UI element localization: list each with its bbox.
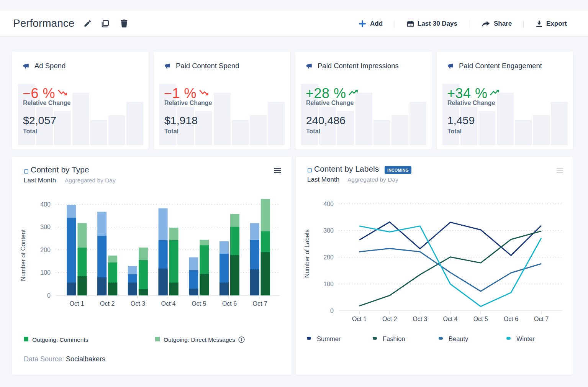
svg-text:Fashion: Fashion	[383, 335, 405, 342]
svg-text:Number of Labels: Number of Labels	[304, 230, 310, 278]
svg-text:400: 400	[40, 201, 51, 208]
svg-text:300: 300	[323, 227, 334, 234]
svg-text:Oct 1: Oct 1	[69, 300, 84, 307]
svg-text:100: 100	[40, 269, 51, 276]
svg-text:Summer: Summer	[317, 335, 341, 342]
svg-text:Winter: Winter	[516, 335, 535, 342]
svg-text:Oct 6: Oct 6	[222, 300, 237, 307]
svg-text:Oct 7: Oct 7	[534, 316, 549, 322]
svg-text:Oct 2: Oct 2	[100, 300, 115, 307]
svg-text:300: 300	[40, 224, 51, 230]
svg-text:Oct 4: Oct 4	[161, 300, 175, 307]
svg-text:Oct 1: Oct 1	[352, 316, 367, 322]
svg-text:Number of Content: Number of Content	[20, 229, 26, 281]
svg-text:Oct 5: Oct 5	[192, 300, 206, 307]
svg-text:Oct 2: Oct 2	[382, 316, 397, 322]
svg-text:Oct 3: Oct 3	[131, 300, 145, 307]
svg-text:Oct 6: Oct 6	[504, 316, 518, 322]
svg-text:200: 200	[40, 247, 51, 253]
svg-text:0: 0	[330, 308, 334, 314]
svg-text:Beauty: Beauty	[449, 335, 468, 342]
svg-text:400: 400	[323, 201, 334, 207]
svg-text:Oct 5: Oct 5	[473, 316, 488, 322]
svg-text:200: 200	[323, 254, 334, 261]
svg-text:Oct 3: Oct 3	[413, 316, 427, 322]
svg-text:100: 100	[323, 281, 334, 287]
svg-text:0: 0	[47, 292, 51, 299]
svg-text:Oct 4: Oct 4	[443, 316, 457, 322]
svg-text:Oct 7: Oct 7	[253, 300, 267, 307]
